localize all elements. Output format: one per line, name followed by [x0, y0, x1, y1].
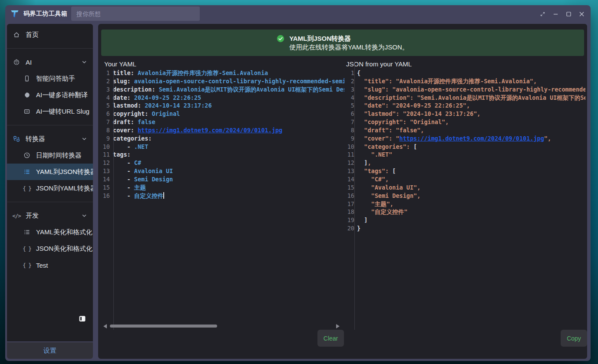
sidebar-divider: [7, 125, 93, 125]
banner-subtitle: 使用此在线转换器将YAML转换为JSON。: [289, 43, 409, 52]
code-line[interactable]: 14 - Semi Design: [101, 175, 344, 184]
url-link[interactable]: https://img1.dotnet9.com/2024/09/0101.jp…: [138, 127, 282, 134]
code-token: "主题",: [357, 200, 393, 207]
app-logo-icon: [10, 9, 20, 19]
sidebar-item-json-format[interactable]: { }JSON美化和格式化: [7, 240, 93, 257]
code-line[interactable]: 12 - C#: [101, 159, 344, 167]
sidebar-item-test[interactable]: { }Test: [7, 257, 93, 273]
code-line[interactable]: 1{: [344, 69, 585, 77]
code-line[interactable]: 3description: Semi.Avalonia是以MIT协议开源的Ava…: [101, 85, 344, 94]
code-line[interactable]: 9categories:: [101, 134, 344, 143]
braces-icon: { }: [23, 261, 31, 269]
sidebar-collapse-icon[interactable]: [79, 315, 86, 322]
line-number: 14: [101, 175, 110, 184]
line-number: 11: [101, 151, 110, 159]
code-token: title:: [113, 69, 134, 76]
code-line[interactable]: 6 "lastmod": "2024-10-14 23:17:26",: [344, 110, 585, 118]
sidebar-section-ai[interactable]: AI: [7, 54, 93, 70]
list-icon: [23, 228, 31, 236]
sidebar-label: 日期时间转换器: [36, 151, 82, 160]
line-number: 8: [344, 126, 354, 134]
yaml-editor[interactable]: 1title: Avalonia开源控件库强力推荐-Semi.Avalonia2…: [101, 69, 344, 330]
code-line[interactable]: 10 - .NET: [101, 143, 344, 151]
sidebar-item-ai-url-slug[interactable]: AI一键转URL Slug: [7, 103, 93, 120]
code-token: ".NET": [357, 151, 392, 158]
code-text: - Avalonia UI: [110, 167, 173, 175]
sidebar-item-home[interactable]: 首页: [7, 26, 93, 43]
code-line[interactable]: 7 "copyright": "Original",: [344, 118, 585, 126]
sidebar-section-converters[interactable]: 转换器: [7, 131, 93, 147]
json-output[interactable]: 1{2 "title": "Avalonia开源控件库强力推荐-Semi.Ava…: [344, 69, 585, 330]
code-icon: </>: [13, 212, 20, 220]
sidebar-divider: [7, 202, 93, 202]
scroll-right-arrow-icon[interactable]: [336, 324, 340, 328]
sidebar-label: 转换器: [26, 135, 45, 143]
app-title: 码界工坊工具箱: [23, 10, 68, 18]
code-text: draft: false: [110, 118, 155, 126]
code-token: 2024-10-14 23:17:26: [141, 102, 212, 109]
horizontal-scrollbar-thumb[interactable]: [110, 325, 217, 328]
code-token: ]: [357, 216, 367, 223]
code-line[interactable]: 17 "主题",: [344, 200, 585, 208]
code-line[interactable]: 14 "C#",: [344, 175, 585, 184]
code-line[interactable]: 16 - 自定义控件: [101, 192, 344, 200]
code-line[interactable]: 15 - 主题: [101, 184, 344, 192]
code-line[interactable]: 12 ],: [344, 159, 585, 167]
code-text: ]: [354, 216, 367, 224]
code-line[interactable]: 9 "cover": "https://img1.dotnet9.com/202…: [344, 134, 585, 143]
sidebar-item-ai-translate[interactable]: AI一键多语种翻译: [7, 87, 93, 103]
moon-icon: [23, 91, 31, 99]
url-link[interactable]: https://img1.dotnet9.com/2024/09/0101.jp…: [400, 135, 544, 142]
code-line[interactable]: 18 "自定义控件": [344, 208, 585, 216]
code-line[interactable]: 16 "Semi Design",: [344, 192, 585, 200]
code-line[interactable]: 4 "description": "Semi.Avalonia是以MIT协议开源…: [344, 94, 585, 102]
code-line[interactable]: 4date: 2024-09-25 22:26:25: [101, 94, 344, 102]
minimize-icon[interactable]: [549, 5, 562, 23]
code-line[interactable]: 11tags:: [101, 151, 344, 159]
code-token: avalonia-open-source-control-library-hig…: [131, 78, 344, 85]
code-line[interactable]: 3 "slug": "avalonia-open-source-control-…: [344, 85, 585, 94]
code-line[interactable]: 8cover: https://img1.dotnet9.com/2024/09…: [101, 126, 344, 134]
scroll-left-arrow-icon[interactable]: [103, 324, 107, 328]
code-line[interactable]: 6copyright: Original: [101, 110, 344, 118]
maximize-icon[interactable]: [562, 5, 575, 23]
sidebar-label: AI一键多语种翻译: [36, 91, 88, 99]
line-number: 10: [101, 143, 110, 151]
code-line[interactable]: 2slug: avalonia-open-source-control-libr…: [101, 77, 344, 85]
line-number: 1: [101, 69, 110, 77]
sidebar-section-dev[interactable]: </>开发: [7, 207, 93, 224]
clear-button[interactable]: Clear: [317, 330, 344, 347]
sidebar-item-yaml-format[interactable]: YAML美化和格式化: [7, 224, 93, 240]
copy-button[interactable]: Copy: [561, 330, 587, 347]
code-line[interactable]: 11 ".NET": [344, 151, 585, 159]
text-cursor: [163, 192, 164, 199]
code-line[interactable]: 2 "title": "Avalonia开源控件库强力推荐-Semi.Avalo…: [344, 77, 585, 85]
sidebar-item-datetime-converter[interactable]: 日期时间转换器: [7, 147, 93, 164]
code-line[interactable]: 19 ]: [344, 216, 585, 224]
code-line[interactable]: 20}: [344, 224, 585, 233]
code-text: "Avalonia UI",: [354, 184, 420, 192]
code-line[interactable]: 10 "categories": [: [344, 143, 585, 151]
line-number: 16: [344, 192, 354, 200]
sidebar-item-yaml-to-json[interactable]: YAML到JSON转换器: [7, 164, 93, 180]
line-number: 4: [101, 94, 110, 102]
search-input[interactable]: [71, 7, 200, 21]
code-line[interactable]: 15 "Avalonia UI",: [344, 184, 585, 192]
code-line[interactable]: 13 - Avalonia UI: [101, 167, 344, 175]
sidebar-item-qa-assistant[interactable]: 智能问答助手: [7, 70, 93, 87]
sidebar-item-json-to-yaml[interactable]: { }JSON到YAML转换器: [7, 180, 93, 197]
code-text: title: Avalonia开源控件库强力推荐-Semi.Avalonia: [110, 69, 268, 77]
code-line[interactable]: 13 "tags": [: [344, 167, 585, 175]
gutter-divider: [113, 69, 114, 330]
code-token: [: [413, 143, 417, 150]
close-icon[interactable]: [575, 5, 588, 23]
code-line[interactable]: 1title: Avalonia开源控件库强力推荐-Semi.Avalonia: [101, 69, 344, 77]
line-number: 19: [344, 216, 354, 224]
code-line[interactable]: 8 "draft": "false",: [344, 126, 585, 134]
code-line[interactable]: 5 "date": "2024-09-25 22:26:25",: [344, 102, 585, 110]
expand-icon[interactable]: [536, 5, 549, 23]
code-line[interactable]: 7draft: false: [101, 118, 344, 126]
code-token: "title": "Avalonia开源控件库强力推荐-Semi.Avaloni…: [357, 78, 537, 85]
settings-link[interactable]: 设置: [43, 347, 56, 355]
code-line[interactable]: 5lastmod: 2024-10-14 23:17:26: [101, 102, 344, 110]
